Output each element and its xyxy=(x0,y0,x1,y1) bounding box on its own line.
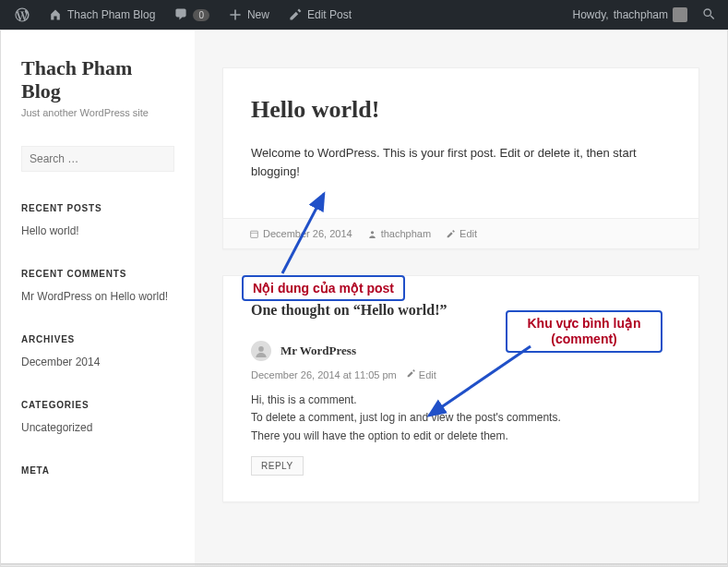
site-title[interactable]: Thach Pham Blog xyxy=(21,56,174,103)
pencil-icon xyxy=(288,7,303,22)
comment-author-link[interactable]: Mr WordPress xyxy=(21,290,91,303)
comment-date[interactable]: December 26, 2014 at 11:05 pm xyxy=(251,369,397,380)
comment-icon xyxy=(173,7,188,22)
home-icon xyxy=(48,7,63,22)
site-name-menu[interactable]: Thach Pham Blog xyxy=(41,0,162,30)
widget-categories: CATEGORIES Uncategorized xyxy=(21,400,174,434)
post-date[interactable]: December 26, 2014 xyxy=(249,228,352,239)
comment-item: Mr WordPress December 26, 2014 at 11:05 … xyxy=(251,341,671,476)
comment-edit-link[interactable]: Edit xyxy=(406,368,436,380)
comment-content: Hi, this is a comment. To delete a comme… xyxy=(251,392,671,445)
edit-post-label: Edit Post xyxy=(307,8,352,21)
annotation-post-label: Nội dung của một post xyxy=(242,275,405,301)
svg-point-2 xyxy=(258,346,264,352)
comment-meta: December 26, 2014 at 11:05 pm Edit xyxy=(251,368,671,380)
plus-icon xyxy=(228,7,243,22)
howdy-prefix: Howdy, xyxy=(573,8,609,21)
comment-post-link[interactable]: Hello world! xyxy=(111,290,169,303)
reply-button[interactable]: REPLY xyxy=(251,456,304,476)
pencil-icon xyxy=(446,229,456,239)
comment-avatar xyxy=(251,341,271,361)
comments-count: 0 xyxy=(193,9,209,21)
post-author[interactable]: thachpham xyxy=(367,228,431,239)
list-item[interactable]: Hello world! xyxy=(21,224,79,237)
widget-title: CATEGORIES xyxy=(21,400,174,410)
annotation-comment-label: Khu vực bình luận (comment) xyxy=(506,310,662,353)
post-content: Welcome to WordPress. This is your first… xyxy=(251,144,671,181)
post-article: Hello world! Welcome to WordPress. This … xyxy=(222,67,699,249)
post-title[interactable]: Hello world! xyxy=(251,96,671,124)
new-content-menu[interactable]: New xyxy=(221,0,277,30)
post-meta: December 26, 2014 thachpham Edit xyxy=(223,218,698,248)
wordpress-icon xyxy=(15,7,30,22)
on-word: on xyxy=(95,290,107,303)
site-name-label: Thach Pham Blog xyxy=(67,8,155,21)
search-icon xyxy=(702,7,717,22)
widget-title: RECENT COMMENTS xyxy=(21,269,174,279)
calendar-icon xyxy=(249,229,259,239)
person-icon xyxy=(367,229,377,239)
svg-point-1 xyxy=(370,231,373,234)
pencil-icon xyxy=(406,368,416,379)
svg-rect-0 xyxy=(251,231,258,237)
widget-title: RECENT POSTS xyxy=(21,203,174,213)
widget-archives: ARCHIVES December 2014 xyxy=(21,334,174,368)
post-edit-link[interactable]: Edit xyxy=(446,228,477,239)
admin-bar: Thach Pham Blog 0 New Edit Post Howdy, t… xyxy=(0,0,728,30)
search-input[interactable] xyxy=(21,146,174,172)
new-label: New xyxy=(247,8,269,21)
widget-title: ARCHIVES xyxy=(21,334,174,344)
tagline: Just another WordPress site xyxy=(21,107,174,118)
comments-menu[interactable]: 0 xyxy=(166,0,217,30)
list-item[interactable]: Uncategorized xyxy=(21,421,92,434)
list-item: Mr WordPress on Hello world! xyxy=(21,290,174,303)
person-icon xyxy=(255,344,268,357)
avatar xyxy=(673,7,687,22)
widget-title: META xyxy=(21,465,174,476)
edit-post-menu[interactable]: Edit Post xyxy=(280,0,359,30)
howdy-user: thachpham xyxy=(614,8,668,21)
my-account-menu[interactable]: Howdy, thachpham xyxy=(566,0,696,30)
widget-recent-posts: RECENT POSTS Hello world! xyxy=(21,203,174,237)
comment-author-name[interactable]: Mr WordPress xyxy=(280,344,356,358)
sidebar: Thach Pham Blog Just another WordPress s… xyxy=(1,30,195,566)
expand-icon-button[interactable] xyxy=(698,0,721,30)
widget-meta: META xyxy=(21,465,174,476)
list-item[interactable]: December 2014 xyxy=(21,356,100,368)
widget-recent-comments: RECENT COMMENTS Mr WordPress on Hello wo… xyxy=(21,269,174,303)
wp-logo-menu[interactable] xyxy=(7,0,37,30)
